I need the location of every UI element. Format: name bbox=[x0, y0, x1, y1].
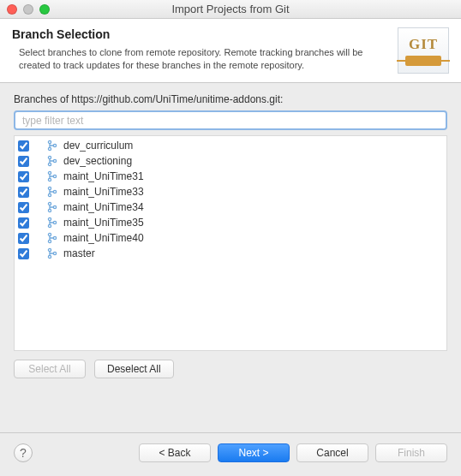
svg-point-9 bbox=[48, 187, 51, 189]
branch-icon bbox=[46, 217, 58, 229]
branch-icon bbox=[46, 232, 58, 244]
svg-point-6 bbox=[48, 171, 51, 174]
branch-row[interactable]: maint_UniTime35 bbox=[15, 215, 446, 230]
svg-point-18 bbox=[48, 233, 51, 235]
git-logo-icon: GIT bbox=[398, 27, 449, 74]
svg-point-1 bbox=[48, 147, 51, 150]
branch-name: maint_UniTime35 bbox=[63, 217, 144, 229]
back-button[interactable]: < Back bbox=[139, 443, 211, 462]
finish-button[interactable]: Finish bbox=[375, 443, 447, 462]
branch-name: maint_UniTime31 bbox=[63, 170, 144, 182]
svg-point-16 bbox=[48, 224, 51, 227]
branch-checkbox[interactable] bbox=[18, 217, 29, 229]
svg-point-15 bbox=[48, 217, 51, 220]
branch-name: maint_UniTime40 bbox=[63, 232, 144, 244]
filter-input[interactable] bbox=[14, 110, 447, 130]
branch-row[interactable]: dev_curriculum bbox=[15, 138, 446, 153]
branch-icon bbox=[46, 186, 58, 198]
branch-name: dev_sectioning bbox=[63, 155, 132, 167]
branch-row[interactable]: maint_UniTime31 bbox=[15, 169, 446, 184]
svg-point-20 bbox=[53, 236, 56, 239]
svg-point-17 bbox=[53, 221, 56, 223]
branches-label: Branches of https://github.com/UniTime/u… bbox=[14, 93, 447, 105]
window-title: Import Projects from Git bbox=[0, 3, 461, 15]
wizard-footer: ? < Back Next > Cancel Finish bbox=[0, 432, 461, 476]
branch-name: master bbox=[63, 247, 95, 259]
svg-point-22 bbox=[48, 255, 51, 258]
window-titlebar: Import Projects from Git bbox=[0, 0, 461, 19]
branch-checkbox[interactable] bbox=[18, 156, 29, 167]
svg-point-13 bbox=[48, 209, 51, 211]
branch-list[interactable]: dev_curriculumdev_sectioningmaint_UniTim… bbox=[14, 135, 447, 351]
svg-point-14 bbox=[53, 205, 56, 208]
wizard-description: Select branches to clone from remote rep… bbox=[12, 46, 380, 72]
svg-point-0 bbox=[48, 140, 51, 143]
cancel-button[interactable]: Cancel bbox=[296, 443, 368, 462]
branch-icon bbox=[46, 201, 58, 213]
branch-checkbox[interactable] bbox=[18, 248, 29, 259]
help-button[interactable]: ? bbox=[14, 443, 33, 462]
svg-point-8 bbox=[53, 175, 56, 177]
branch-checkbox[interactable] bbox=[18, 233, 29, 244]
svg-point-23 bbox=[53, 252, 56, 254]
svg-point-5 bbox=[53, 159, 56, 162]
branch-icon bbox=[46, 247, 58, 259]
select-all-button[interactable]: Select All bbox=[14, 360, 86, 378]
svg-point-2 bbox=[53, 144, 56, 146]
svg-point-3 bbox=[48, 156, 51, 158]
branch-row[interactable]: maint_UniTime33 bbox=[15, 184, 446, 199]
branch-checkbox[interactable] bbox=[18, 140, 29, 152]
branch-icon bbox=[46, 170, 58, 182]
branch-row[interactable]: master bbox=[15, 246, 446, 261]
deselect-all-button[interactable]: Deselect All bbox=[94, 360, 174, 378]
branch-name: dev_curriculum bbox=[63, 140, 133, 152]
branch-name: maint_UniTime34 bbox=[63, 201, 144, 213]
branch-row[interactable]: maint_UniTime34 bbox=[15, 199, 446, 215]
branch-checkbox[interactable] bbox=[18, 187, 29, 198]
svg-point-7 bbox=[48, 178, 51, 181]
svg-point-19 bbox=[48, 240, 51, 242]
branch-row[interactable]: dev_sectioning bbox=[15, 153, 446, 169]
svg-point-10 bbox=[48, 193, 51, 196]
branch-checkbox[interactable] bbox=[18, 171, 29, 182]
next-button[interactable]: Next > bbox=[218, 443, 290, 462]
svg-point-12 bbox=[48, 202, 51, 205]
branch-name: maint_UniTime33 bbox=[63, 186, 144, 198]
branch-checkbox[interactable] bbox=[18, 202, 29, 213]
wizard-header: Branch Selection Select branches to clon… bbox=[0, 19, 461, 83]
svg-point-21 bbox=[48, 248, 51, 251]
svg-point-11 bbox=[53, 190, 56, 193]
wizard-title: Branch Selection bbox=[12, 27, 398, 41]
branch-row[interactable]: maint_UniTime40 bbox=[15, 230, 446, 246]
branch-icon bbox=[46, 155, 58, 167]
branch-icon bbox=[46, 140, 58, 152]
svg-point-4 bbox=[48, 163, 51, 165]
